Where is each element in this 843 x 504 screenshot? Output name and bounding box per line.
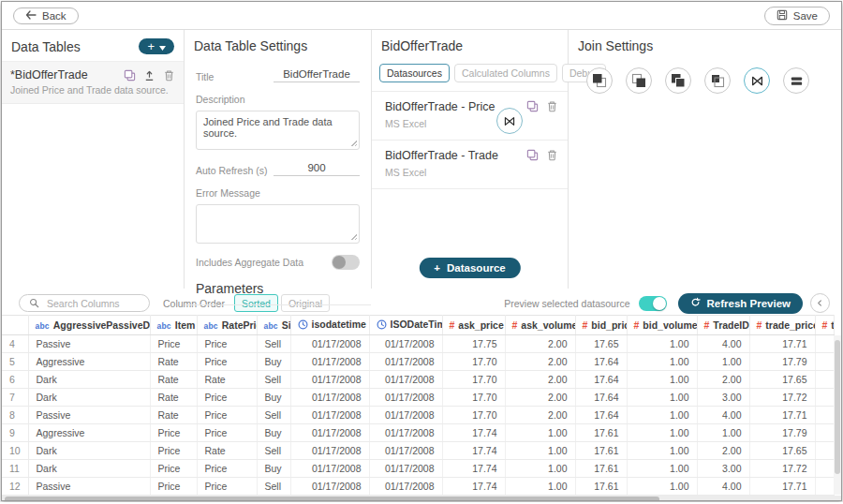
add-datasource-button[interactable]: + Datasource	[419, 258, 520, 278]
cell-TradeID: 1.00	[697, 353, 749, 371]
main-panels: Data Tables + *BidOfferTrade Joined Pric…	[2, 30, 841, 289]
cell-Item: Rate	[150, 371, 197, 389]
column-label: ISODateTime	[391, 319, 443, 330]
cell-Item: Price	[150, 335, 197, 353]
numeric-type-icon: #	[822, 319, 828, 331]
cell-RatePrice: Price	[197, 407, 257, 424]
cell-ask_volume: 2.00	[505, 353, 575, 371]
vertical-scrollbar-thumb[interactable]	[835, 340, 840, 474]
cell-bid_volume: 1.00	[627, 424, 697, 442]
datasource-type: MS Excel	[385, 118, 495, 129]
cell-bid_price: 17.61	[575, 424, 627, 442]
cell-ISODateTime: 01/17/2008	[369, 389, 442, 407]
preview-datasource-toggle[interactable]	[639, 296, 667, 311]
column-header-Side: abcSide	[257, 316, 290, 335]
error-message-textarea[interactable]	[196, 204, 360, 244]
search-columns-box	[19, 294, 150, 312]
cell-ask_price: 17.70	[442, 371, 505, 389]
cell-Item: Rate	[150, 389, 197, 407]
cell-ask_volume: 2.00	[505, 407, 575, 424]
cell-ask_volume: 1.00	[505, 442, 575, 460]
cell-RatePrice: Price	[197, 335, 257, 353]
back-label: Back	[42, 10, 67, 22]
horizontal-scrollbar-thumb[interactable]	[5, 497, 659, 501]
datasources-panel: BidOfferTrade Datasources Calculated Col…	[372, 30, 569, 289]
numeric-type-icon: #	[634, 319, 640, 331]
table-row: 11DarkPricePriceBuy01/17/200801/17/20081…	[2, 460, 834, 478]
collapse-panel-button[interactable]	[810, 293, 830, 313]
cell-AggressivePassiveDark: Passive	[28, 478, 150, 496]
datasource-item-price[interactable]: BidOfferTrade - Price MS Excel	[372, 92, 568, 141]
description-field-textarea[interactable]: Joined Price and Trade data source.	[196, 111, 360, 150]
numeric-type-icon: #	[450, 319, 455, 331]
table-row: 6DarkRateRateSell01/17/200801/17/200817.…	[2, 371, 834, 389]
left-join-icon[interactable]	[586, 67, 613, 94]
add-data-table-button[interactable]: +	[139, 38, 174, 54]
trash-icon[interactable]	[546, 149, 558, 161]
outer-join-icon[interactable]	[665, 67, 691, 94]
upload-icon[interactable]	[143, 69, 155, 82]
copy-icon[interactable]	[124, 69, 136, 82]
column-header-AggressivePassiveDark: abcAggressivePassiveDark	[28, 316, 150, 335]
column-label: Side	[282, 319, 290, 331]
app-window: Back Save Data Tables + *BidOfferTrade	[1, 1, 842, 501]
horizontal-scrollbar	[2, 496, 841, 501]
column-header-isodatetime: isodatetime	[290, 316, 369, 335]
datasources-panel-title: BidOfferTrade	[381, 38, 463, 53]
data-table-list-item[interactable]: *BidOfferTrade Joined Price and Trade da…	[2, 61, 184, 104]
cell-ask_volume: 2.00	[505, 389, 575, 407]
join-type-badge-cross-join-icon[interactable]	[496, 108, 523, 134]
numeric-type-icon: #	[757, 319, 762, 331]
cell-Item: Rate	[150, 407, 197, 424]
cell-Side: Sell	[257, 407, 290, 424]
cross-join-icon[interactable]	[744, 67, 770, 94]
datasource-item-trade[interactable]: BidOfferTrade - Trade MS Excel	[372, 141, 568, 189]
cell-TradeID: 3.00	[697, 460, 749, 478]
error-message-label: Error Message	[196, 187, 360, 199]
cell-ask_price: 17.74	[442, 442, 505, 460]
cell-tra	[815, 424, 834, 442]
cell-isodatetime: 01/17/2008	[290, 353, 369, 371]
cell-RatePrice: Price	[197, 478, 257, 496]
description-field-label: Description	[196, 94, 360, 105]
refresh-preview-button[interactable]: Refresh Preview	[678, 293, 804, 314]
table-row: 9AggressivePricePriceBuy01/17/200801/17/…	[2, 424, 834, 442]
row-number-header	[2, 316, 28, 335]
copy-icon[interactable]	[526, 100, 539, 112]
cell-ask_volume: 2.00	[505, 371, 575, 389]
cell-bid_volume: 1.00	[627, 353, 697, 371]
inner-join-icon[interactable]	[704, 67, 731, 94]
tab-datasources[interactable]: Datasources	[379, 64, 450, 82]
cell-trade_price: 17.65	[749, 442, 815, 460]
tab-calculated-columns[interactable]: Calculated Columns	[454, 64, 557, 82]
cell-isodatetime: 01/17/2008	[290, 478, 369, 496]
column-label: trade_price	[765, 319, 815, 331]
cell-trade_price: 17.71	[749, 335, 815, 353]
cell-ask_volume: 2.00	[505, 335, 575, 353]
trash-icon[interactable]	[546, 100, 558, 112]
cell-ask_price: 17.70	[442, 389, 505, 407]
cell-tra	[815, 371, 834, 389]
cell-AggressivePassiveDark: Dark	[28, 442, 150, 460]
data-tables-title: Data Tables	[11, 39, 81, 54]
union-icon[interactable]	[783, 67, 809, 94]
copy-icon[interactable]	[526, 149, 539, 161]
data-table-name: *BidOfferTrade	[10, 68, 88, 82]
right-join-icon[interactable]	[626, 67, 652, 94]
save-button[interactable]: Save	[764, 7, 830, 25]
cell-RatePrice: Rate	[197, 442, 257, 460]
trash-icon[interactable]	[163, 69, 175, 82]
search-columns-input[interactable]	[45, 297, 140, 310]
cell-AggressivePassiveDark: Passive	[28, 407, 150, 424]
aggregate-toggle[interactable]	[332, 255, 360, 270]
column-header-ISODateTime: ISODateTime	[369, 316, 442, 335]
title-field-input[interactable]	[274, 67, 360, 82]
cell-tra	[815, 335, 834, 353]
cell-trade_price: 17.79	[749, 353, 815, 371]
cell-bid_volume: 1.00	[627, 407, 697, 424]
text-type-icon: abc	[36, 321, 50, 331]
back-button[interactable]: Back	[13, 7, 79, 24]
auto-refresh-input[interactable]	[274, 161, 360, 176]
table-row: 4PassivePricePriceSell01/17/200801/17/20…	[2, 335, 834, 353]
join-settings-panel: Join Settings	[569, 30, 841, 289]
